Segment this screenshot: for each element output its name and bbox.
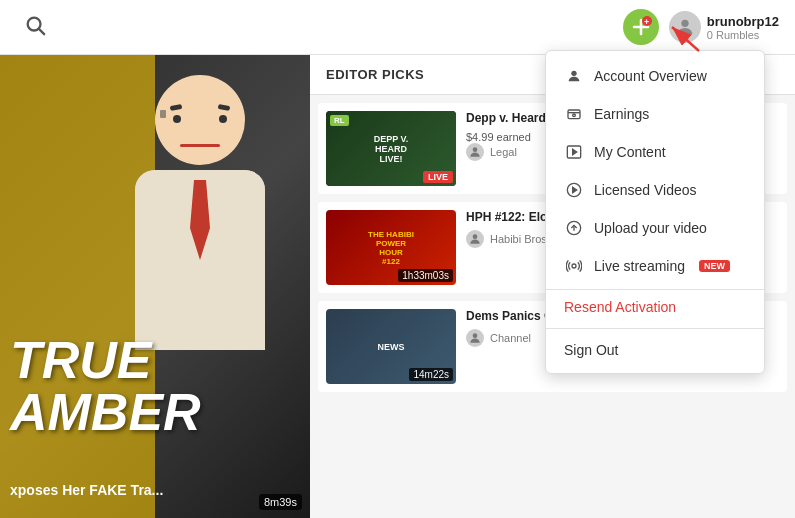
tattoo xyxy=(160,110,166,118)
true-amber-overlay: TRUE AMBER xyxy=(0,334,310,438)
thumb-text: DEPP V.HEARDLIVE! xyxy=(370,130,413,168)
mouth xyxy=(180,144,220,147)
eyebrow-left xyxy=(170,104,183,111)
svg-line-12 xyxy=(672,27,699,51)
upload-video-label: Upload your video xyxy=(594,220,707,236)
svg-marker-17 xyxy=(573,149,577,154)
new-badge: NEW xyxy=(699,260,730,272)
search-icon xyxy=(24,14,46,36)
licensed-videos-label: Licensed Videos xyxy=(594,182,696,198)
upload-icon xyxy=(564,218,584,238)
earnings-label: Earnings xyxy=(594,106,649,122)
person-head xyxy=(155,75,245,165)
earnings-icon xyxy=(564,104,584,124)
channel-name-3: Channel xyxy=(490,332,531,344)
live-streaming-label: Live streaming xyxy=(594,258,685,274)
channel-avatar-3 xyxy=(466,329,484,347)
channel-avatar-1 xyxy=(466,143,484,161)
svg-marker-19 xyxy=(573,187,577,192)
featured-video-thumbnail: TRUE AMBER xposes Her FAKE Tra... 8m39s xyxy=(0,55,310,518)
search-button[interactable] xyxy=(16,10,54,45)
svg-point-9 xyxy=(473,234,478,239)
user-info: brunobrp12 0 Rumbles xyxy=(707,14,779,41)
svg-point-15 xyxy=(573,114,576,117)
arrow-svg xyxy=(664,23,704,53)
my-content-icon xyxy=(564,142,584,162)
video-thumbnail-2: THE HABIBIPOWERHOUR#122 1h33m03s xyxy=(326,210,456,285)
svg-line-1 xyxy=(39,29,44,34)
user-dropdown-menu: Account Overview Earnings My Content Lic… xyxy=(545,50,765,374)
dropdown-licensed-videos[interactable]: Licensed Videos xyxy=(546,171,764,209)
dropdown-my-content[interactable]: My Content xyxy=(546,133,764,171)
dropdown-upload-video[interactable]: Upload your video xyxy=(546,209,764,247)
video-thumbnail-3: NEWS 14m22s xyxy=(326,309,456,384)
person-figure xyxy=(120,75,280,375)
svg-point-10 xyxy=(473,333,478,338)
search-area xyxy=(16,10,54,45)
licensed-videos-icon xyxy=(564,180,584,200)
dropdown-live-streaming[interactable]: Live streaming NEW xyxy=(546,247,764,285)
eyebrow-right xyxy=(218,104,231,111)
person-body xyxy=(135,170,265,350)
svg-text:+: + xyxy=(644,17,649,27)
video-duration-2: 1h33m03s xyxy=(398,269,453,282)
channel-avatar-2 xyxy=(466,230,484,248)
dropdown-divider xyxy=(546,289,764,290)
dropdown-sign-out[interactable]: Sign Out xyxy=(546,333,764,367)
dropdown-resend-activation[interactable]: Resend Activation xyxy=(546,294,764,324)
channel-badge: RL xyxy=(330,115,349,126)
plus-circle-icon: + xyxy=(627,13,655,41)
account-overview-label: Account Overview xyxy=(594,68,707,84)
arrow-indicator xyxy=(664,23,704,57)
eye-left xyxy=(173,115,181,123)
svg-point-22 xyxy=(572,264,576,268)
username: brunobrp12 xyxy=(707,14,779,29)
add-content-button[interactable]: + xyxy=(623,9,659,45)
live-streaming-icon xyxy=(564,256,584,276)
video-duration-3: 14m22s xyxy=(409,368,453,381)
eye-right xyxy=(219,115,227,123)
sign-out-label: Sign Out xyxy=(564,342,618,358)
user-rumbles-count: 0 Rumbles xyxy=(707,29,779,41)
video-thumbnail-1: RL DEPP V.HEARDLIVE! LIVE xyxy=(326,111,456,186)
dropdown-divider-2 xyxy=(546,328,764,329)
svg-point-8 xyxy=(473,147,478,152)
dropdown-account-overview[interactable]: Account Overview xyxy=(546,57,764,95)
resend-activation-label: Resend Activation xyxy=(564,299,676,315)
svg-point-13 xyxy=(571,71,576,76)
account-overview-icon xyxy=(564,66,584,86)
thumb-text-3: NEWS xyxy=(374,338,409,356)
true-amber-title: TRUE AMBER xyxy=(10,334,310,438)
thumb-text-2: THE HABIBIPOWERHOUR#122 xyxy=(364,226,418,270)
featured-video-panel[interactable]: TRUE AMBER xposes Her FAKE Tra... 8m39s xyxy=(0,55,310,518)
dropdown-earnings[interactable]: Earnings xyxy=(546,95,764,133)
video-subtitle: xposes Her FAKE Tra... xyxy=(10,482,300,498)
live-badge: LIVE xyxy=(423,171,453,183)
video-duration: 8m39s xyxy=(259,494,302,510)
header-left xyxy=(16,10,54,45)
channel-name-1: Legal xyxy=(490,146,517,158)
channel-name-2: Habibi Bros. xyxy=(490,233,550,245)
my-content-label: My Content xyxy=(594,144,666,160)
